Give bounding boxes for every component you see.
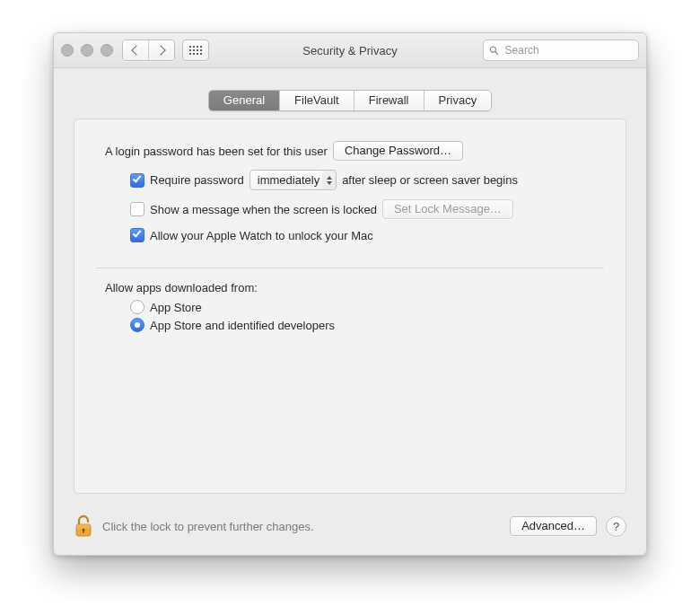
tab-filevault[interactable]: FileVault <box>279 91 354 110</box>
set-lock-message-button: Set Lock Message… <box>382 199 513 219</box>
require-password-label-after: after sleep or screen saver begins <box>342 173 518 187</box>
titlebar: Security & Privacy <box>54 33 646 68</box>
show-message-label: Show a message when the screen is locked <box>150 203 377 216</box>
tab-segment: General FileVault Firewall Privacy <box>208 90 492 111</box>
svg-rect-3 <box>76 524 91 529</box>
change-password-button[interactable]: Change Password… <box>333 141 463 161</box>
help-button[interactable]: ? <box>606 516 626 537</box>
window-controls <box>61 44 113 57</box>
lock-icon[interactable] <box>74 514 93 539</box>
apple-watch-checkbox[interactable] <box>130 228 144 242</box>
footer: Click the lock to prevent further change… <box>54 503 646 555</box>
preferences-window: Security & Privacy General FileVault Fir… <box>53 32 647 556</box>
tab-bar: General FileVault Firewall Privacy <box>74 90 626 111</box>
minimize-icon[interactable] <box>81 44 93 57</box>
section-divider <box>96 268 604 268</box>
svg-point-0 <box>490 47 495 52</box>
radio-app-store[interactable] <box>130 300 144 314</box>
require-password-label-before: Require password <box>150 173 244 187</box>
show-all-button[interactable] <box>182 40 209 61</box>
forward-button[interactable] <box>148 40 174 60</box>
radio-app-store-identified[interactable] <box>130 318 144 332</box>
radio-app-store-identified-label: App Store and identified developers <box>150 319 335 332</box>
allow-apps-heading: Allow apps downloaded from: <box>105 281 258 294</box>
radio-app-store-label: App Store <box>150 301 202 314</box>
apple-watch-label: Allow your Apple Watch to unlock your Ma… <box>150 229 373 242</box>
require-password-checkbox[interactable] <box>130 173 144 188</box>
login-password-text: A login password has been set for this u… <box>105 145 328 158</box>
require-password-delay-popup[interactable]: immediately <box>249 170 337 190</box>
tab-firewall[interactable]: Firewall <box>354 91 424 110</box>
tab-general[interactable]: General <box>209 91 279 110</box>
advanced-button[interactable]: Advanced… <box>510 516 597 536</box>
require-password-delay-value: immediately <box>258 173 319 187</box>
general-panel: A login password has been set for this u… <box>74 119 626 494</box>
nav-group <box>122 40 175 61</box>
grid-icon <box>189 46 202 55</box>
search-input[interactable] <box>503 43 633 57</box>
chevron-right-icon <box>155 45 165 55</box>
close-icon[interactable] <box>61 44 74 57</box>
search-icon <box>489 45 499 56</box>
search-field[interactable] <box>483 40 639 61</box>
svg-line-1 <box>495 52 498 55</box>
svg-rect-5 <box>83 530 84 533</box>
show-message-checkbox[interactable] <box>130 202 144 216</box>
tab-privacy[interactable]: Privacy <box>424 91 492 110</box>
lock-hint-text: Click the lock to prevent further change… <box>102 520 314 533</box>
chevron-updown-icon <box>322 171 336 189</box>
chevron-left-icon <box>131 45 141 55</box>
zoom-icon[interactable] <box>101 44 113 57</box>
window-body: General FileVault Firewall Privacy A log… <box>54 68 646 503</box>
back-button[interactable] <box>123 40 148 60</box>
